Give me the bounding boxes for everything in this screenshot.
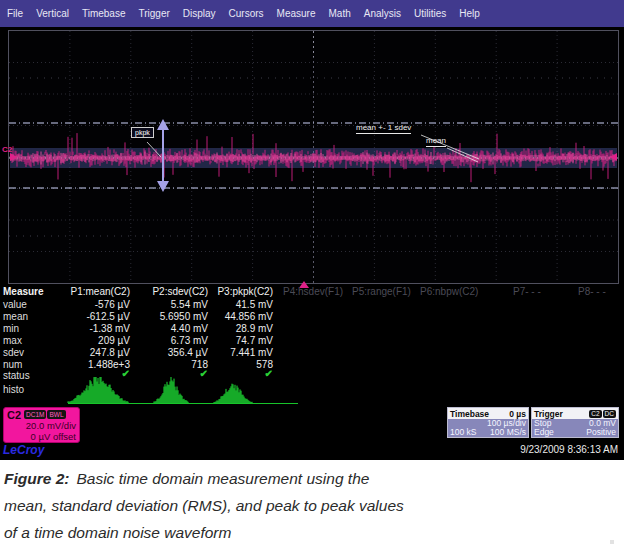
menu-utilities[interactable]: Utilities bbox=[414, 8, 446, 19]
p2-sdev: 356.4 µV bbox=[136, 347, 208, 358]
p3-sdev: 7.441 mV bbox=[203, 347, 273, 358]
figure-caption: Figure 2:Basic time domain measurement u… bbox=[0, 460, 624, 547]
menu-analysis[interactable]: Analysis bbox=[364, 8, 401, 19]
row-label-value: value bbox=[3, 299, 27, 310]
p1-min: -1.38 mV bbox=[58, 323, 130, 334]
channel-label: C2 bbox=[7, 409, 21, 421]
timebase-box[interactable]: Timebase 0 µs 100 µs/div 100 kS 100 MS/s bbox=[447, 407, 529, 438]
p3-max: 74.7 mV bbox=[203, 335, 273, 346]
param-header-p2[interactable]: P2:sdev(C2) bbox=[136, 286, 208, 297]
oscilloscope-screen: FileVerticalTimebaseTriggerDisplayCursor… bbox=[0, 0, 624, 547]
channel-badge-1: DC1M bbox=[24, 410, 46, 419]
param-header-p4[interactable]: P4:hsdev(F1) bbox=[283, 286, 343, 297]
channel-badge-2: BWL bbox=[47, 410, 65, 419]
p2-mean: 5.6950 mV bbox=[136, 311, 208, 322]
p1-mean: -612.5 µV bbox=[58, 311, 130, 322]
trigger-source-badge-2: DC bbox=[603, 410, 616, 418]
menu-display[interactable]: Display bbox=[183, 8, 216, 19]
trigger-box[interactable]: Trigger C2DC Stop 0.0 mV Edge Positive bbox=[531, 407, 619, 438]
menu-vertical[interactable]: Vertical bbox=[36, 8, 69, 19]
p1-value: -576 µV bbox=[58, 299, 130, 310]
param-header-p3[interactable]: P3:pkpk(C2) bbox=[203, 286, 273, 297]
lecroy-logo: LeCroy bbox=[3, 443, 44, 457]
p1-max: 209 µV bbox=[58, 335, 130, 346]
menu-file[interactable]: File bbox=[7, 8, 23, 19]
trigger-title: Trigger bbox=[534, 409, 563, 419]
menu-math[interactable]: Math bbox=[329, 8, 351, 19]
caption-line-3: of a time domain noise waveform bbox=[4, 524, 231, 541]
timebase-position: 0 µs bbox=[509, 409, 526, 419]
row-label-min: min bbox=[3, 323, 19, 334]
param-header-p6[interactable]: P6:nbpw(C2) bbox=[420, 286, 478, 297]
p3-value: 41.5 mV bbox=[203, 299, 273, 310]
menubar: FileVerticalTimebaseTriggerDisplayCursor… bbox=[0, 0, 624, 27]
waveform-display bbox=[8, 30, 619, 284]
timebase-samples: 100 kS bbox=[450, 428, 476, 437]
page-artifact bbox=[610, 540, 614, 544]
grid-svg bbox=[9, 31, 618, 283]
caption-label: Figure 2: bbox=[4, 470, 69, 487]
datetime-display: 9/23/2009 8:36:13 AM bbox=[440, 444, 618, 455]
mean-sdev-annotation: mean +- 1 sdev bbox=[356, 124, 411, 134]
row-label-mean: mean bbox=[3, 311, 28, 322]
p3-mean: 44.856 mV bbox=[203, 311, 273, 322]
channel-ground-marker: C2 bbox=[2, 146, 12, 154]
menu-measure[interactable]: Measure bbox=[277, 8, 316, 19]
p2-max: 6.73 mV bbox=[136, 335, 208, 346]
row-label-histo: histo bbox=[3, 384, 24, 395]
menu-cursors[interactable]: Cursors bbox=[229, 8, 264, 19]
param-header-p1[interactable]: P1:mean(C2) bbox=[58, 286, 130, 297]
caption-line-2: mean, standard deviation (RMS), and peak… bbox=[4, 497, 404, 514]
menu-trigger[interactable]: Trigger bbox=[138, 8, 169, 19]
trigger-slope: Positive bbox=[586, 428, 616, 437]
menu-timebase[interactable]: Timebase bbox=[82, 8, 126, 19]
channel-offset: 0 µV offset bbox=[7, 431, 76, 442]
caption-line-1: Basic time domain measurement using the bbox=[76, 470, 369, 487]
p2-value: 5.54 mV bbox=[136, 299, 208, 310]
timebase-rate: 100 MS/s bbox=[490, 428, 526, 437]
param-header-p7[interactable]: P7- - - bbox=[513, 286, 541, 297]
row-label-status: status bbox=[3, 370, 30, 381]
channel-c2-box[interactable]: C2 DC1MBWL 20.0 mV/div 0 µV offset bbox=[3, 407, 80, 443]
p3-min: 28.9 mV bbox=[203, 323, 273, 334]
timebase-title: Timebase bbox=[450, 409, 489, 419]
row-label-num: num bbox=[3, 359, 22, 370]
param-header-p5[interactable]: P5:range(F1) bbox=[352, 286, 411, 297]
trigger-source-badge-1: C2 bbox=[589, 410, 601, 418]
p1-sdev: 247.8 µV bbox=[58, 347, 130, 358]
trigger-type: Edge bbox=[534, 428, 554, 437]
mean-annotation: mean bbox=[426, 137, 446, 147]
histogram-display bbox=[60, 377, 312, 405]
row-label-max: max bbox=[3, 335, 22, 346]
menu-help[interactable]: Help bbox=[459, 8, 480, 19]
p2-min: 4.40 mV bbox=[136, 323, 208, 334]
pkpk-annotation: pkpk bbox=[131, 127, 154, 138]
param-header-p8[interactable]: P8- - - bbox=[578, 286, 606, 297]
row-label-sdev: sdev bbox=[3, 347, 24, 358]
measure-panel-title: Measure bbox=[3, 286, 44, 297]
channel-scale: 20.0 mV/div bbox=[7, 420, 76, 431]
